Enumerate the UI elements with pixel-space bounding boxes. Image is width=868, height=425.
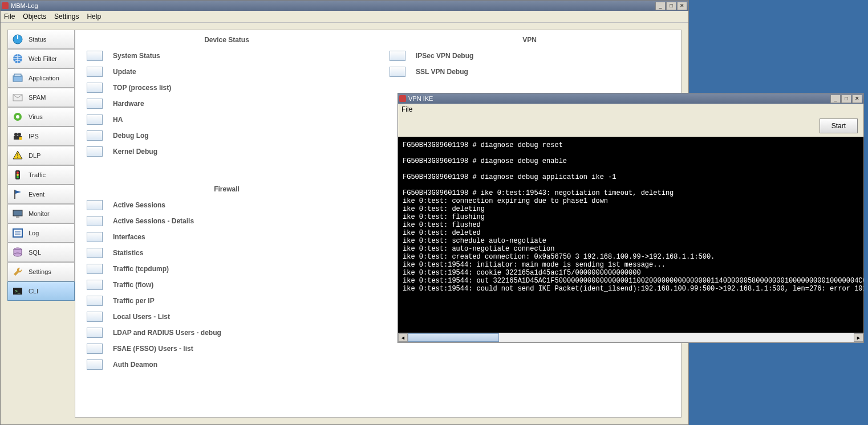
firewall-label: FSAE (FSSO) Users - list: [113, 345, 193, 353]
vpn-menu-file[interactable]: File: [401, 105, 412, 113]
svg-point-16: [17, 176, 19, 178]
vpn-ike-window: VPN IKE _ □ ✕ File Start FG50BH3G0960119…: [398, 93, 864, 343]
firewall-label: Local Users - List: [113, 313, 170, 321]
device-status-label: TOP (process list): [113, 84, 171, 92]
sidebar-item-sql[interactable]: SQL: [7, 243, 75, 262]
svg-point-11: [19, 137, 22, 140]
sidebar-item-settings[interactable]: Settings: [7, 262, 75, 281]
svg-point-15: [17, 174, 19, 176]
device-status-title: Device Status: [87, 36, 367, 44]
monitor-icon: [11, 207, 24, 220]
gear-icon: [11, 111, 24, 123]
sidebar-item-application[interactable]: Application: [7, 68, 75, 88]
vpn-titlebar[interactable]: VPN IKE _ □ ✕: [398, 93, 863, 104]
sidebar-item-virus[interactable]: Virus: [7, 107, 75, 126]
firewall-checkbox[interactable]: [87, 216, 103, 226]
sidebar-item-label: IPS: [29, 133, 39, 140]
sidebar-item-label: SQL: [29, 249, 41, 256]
firewall-row: Interfaces: [87, 232, 367, 242]
scroll-thumb[interactable]: [408, 333, 499, 342]
sidebar-item-web-filter[interactable]: Web Filter: [7, 49, 75, 68]
vpn-label: SSL VPN Debug: [416, 68, 468, 76]
menu-settings[interactable]: Settings: [54, 13, 79, 21]
sidebar-item-label: Monitor: [29, 210, 50, 217]
firewall-label: Statistics: [113, 249, 143, 257]
firewall-checkbox[interactable]: [87, 248, 103, 258]
minimize-button[interactable]: _: [655, 2, 666, 10]
device-status-checkbox[interactable]: [87, 67, 103, 77]
traffic-icon: [11, 169, 24, 181]
firewall-checkbox[interactable]: [87, 359, 103, 370]
device-status-label: Debug Log: [113, 132, 149, 140]
sidebar-item-label: Settings: [29, 268, 51, 275]
svg-point-9: [18, 133, 21, 136]
device-status-checkbox[interactable]: [87, 83, 103, 93]
device-status-row: Hardware: [87, 99, 367, 109]
sidebar-item-monitor[interactable]: Monitor: [7, 204, 75, 223]
vpn-close-button[interactable]: ✕: [852, 95, 862, 103]
device-status-checkbox[interactable]: [87, 115, 103, 125]
firewall-checkbox[interactable]: [87, 296, 103, 306]
scroll-left-button[interactable]: ◄: [398, 333, 408, 342]
device-status-checkbox[interactable]: [87, 130, 103, 141]
firewall-checkbox[interactable]: [87, 328, 103, 338]
vpn-maximize-button[interactable]: □: [841, 95, 851, 103]
sidebar-item-traffic[interactable]: Traffic: [7, 165, 75, 185]
device-status-row: HA: [87, 115, 367, 125]
vpn-checkbox[interactable]: [390, 67, 405, 77]
sidebar-item-spam[interactable]: SPAM: [7, 88, 75, 107]
firewall-checkbox[interactable]: [87, 312, 103, 322]
device-status-label: Kernel Debug: [113, 148, 157, 156]
vpn-checkbox[interactable]: [390, 51, 405, 61]
firewall-checkbox[interactable]: [87, 264, 103, 274]
horizontal-scrollbar[interactable]: ◄ ►: [398, 333, 863, 342]
vpn-minimize-button[interactable]: _: [830, 95, 841, 103]
app-icon: [11, 72, 24, 84]
svg-rect-19: [16, 216, 19, 218]
device-status-checkbox[interactable]: [87, 51, 103, 61]
vpn-app-icon: [399, 95, 406, 102]
firewall-checkbox[interactable]: [87, 344, 103, 354]
sidebar-item-label: Traffic: [29, 171, 46, 178]
device-status-row: Debug Log: [87, 130, 367, 141]
svg-point-8: [14, 133, 18, 136]
list-icon: [11, 227, 24, 239]
device-status-checkbox[interactable]: [87, 99, 103, 109]
sidebar-item-log[interactable]: Log: [7, 223, 75, 243]
menu-objects[interactable]: Objects: [23, 13, 46, 21]
firewall-checkbox[interactable]: [87, 232, 103, 242]
sidebar-item-label: SPAM: [29, 94, 46, 101]
sidebar-item-label: Status: [29, 36, 46, 43]
firewall-checkbox[interactable]: [87, 280, 103, 290]
device-status-row: TOP (process list): [87, 83, 367, 93]
scroll-right-button[interactable]: ►: [854, 333, 863, 342]
sidebar-item-label: CLI: [29, 288, 38, 295]
svg-rect-18: [13, 210, 22, 216]
device-status-row: System Status: [87, 51, 367, 61]
sidebar-item-cli[interactable]: >_CLI: [7, 281, 75, 301]
menu-file[interactable]: File: [4, 13, 15, 21]
scroll-track[interactable]: [408, 333, 854, 342]
main-titlebar[interactable]: MBM-Log _ □ ✕: [1, 1, 688, 11]
sidebar-item-ips[interactable]: IPS: [7, 126, 75, 146]
firewall-label: LDAP and RADIUS Users - debug: [113, 329, 221, 337]
device-status-label: Update: [113, 68, 136, 76]
device-status-checkbox[interactable]: [87, 146, 103, 157]
menu-help[interactable]: Help: [87, 13, 101, 21]
people-icon: [11, 130, 24, 142]
close-button[interactable]: ✕: [677, 2, 687, 10]
terminal-output[interactable]: FG50BH3G09601198 # diagnose debug reset …: [398, 137, 863, 333]
sidebar-item-dlp[interactable]: !DLP: [7, 146, 75, 165]
left-column: Device Status System StatusUpdateTOP (pr…: [87, 36, 367, 411]
main-menubar: File Objects Settings Help: [1, 11, 688, 23]
device-status-label: HA: [113, 116, 123, 124]
device-status-label: System Status: [113, 52, 160, 60]
globe-icon: [11, 52, 24, 65]
svg-text:!: !: [17, 153, 19, 159]
sidebar-item-event[interactable]: Event: [7, 185, 75, 204]
sidebar-item-status[interactable]: Status: [7, 30, 75, 49]
start-button[interactable]: Start: [820, 118, 858, 133]
maximize-button[interactable]: □: [666, 2, 676, 10]
svg-rect-17: [14, 190, 15, 199]
firewall-checkbox[interactable]: [87, 200, 103, 210]
